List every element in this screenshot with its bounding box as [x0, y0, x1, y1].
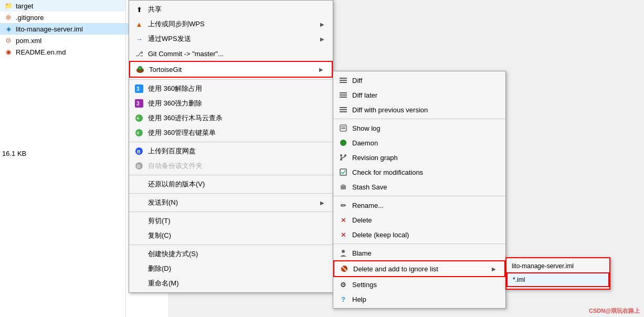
svg-rect-23 — [340, 111, 347, 112]
menu-item-360d[interactable]: + 使用 360管理右键菜单 — [129, 125, 333, 140]
tg-delete-icon: ✕ — [339, 215, 348, 225]
svg-rect-17 — [340, 82, 347, 83]
context-menu-level1: ⬆ 共享 ▲ 上传或同步到WPS ▶ → 通过WPS发送 ▶ ⎇ Git Com… — [129, 0, 333, 293]
svg-rect-26 — [341, 128, 345, 129]
svg-point-27 — [340, 140, 346, 146]
menu-item-restore[interactable]: 还原以前的版本(V) — [129, 177, 333, 192]
svg-text:B: B — [137, 149, 141, 154]
menu-item-360a[interactable]: 3 使用 360解除占用 — [129, 81, 333, 96]
file-git-icon: ⊛ — [4, 13, 13, 22]
git-icon: ⎇ — [134, 49, 144, 58]
ignore-icon — [340, 264, 349, 273]
menu-item-ignore-specific[interactable]: lito-manage-server.iml — [506, 260, 609, 272]
svg-rect-16 — [340, 80, 347, 81]
file-iml-icon: ◈ — [4, 25, 13, 33]
svg-point-36 — [342, 250, 345, 253]
menu-item-tg-delete[interactable]: ✕ Delete — [333, 213, 505, 227]
svg-rect-15 — [340, 78, 347, 79]
file-xml-icon: ⊙ — [4, 36, 13, 45]
menu-item-check-mod[interactable]: Check for modifications — [333, 165, 505, 179]
backup-icon: B — [134, 161, 144, 171]
settings-icon: ⚙ — [339, 280, 348, 289]
menu-item-wps-send[interactable]: → 通过WPS发送 ▶ — [129, 31, 333, 46]
svg-rect-21 — [340, 107, 347, 108]
stash-icon — [339, 182, 348, 192]
file-item-pom[interactable]: ⊙ pom.xml — [0, 35, 125, 46]
submenu-arrow: ▶ — [320, 22, 324, 27]
context-menu-level2: Diff Diff later Diff with previous versi… — [333, 71, 506, 309]
menu-item-settings[interactable]: ⚙ Settings — [333, 277, 505, 292]
separator-tg1 — [333, 119, 505, 119]
menu-item-ignore[interactable]: Delete and add to ignore list ▶ — [333, 260, 505, 277]
360a-icon: 3 — [134, 84, 144, 93]
svg-text:3: 3 — [136, 86, 140, 92]
menu-item-tg-rename[interactable]: ✏ Rename... — [333, 198, 505, 213]
menu-item-360c[interactable]: + 使用 360进行木马云查杀 — [129, 111, 333, 125]
svg-rect-20 — [340, 97, 347, 98]
menu-item-git-commit[interactable]: ⎇ Git Commit -> "master"... — [129, 46, 333, 61]
file-name: .gitignore — [16, 14, 44, 22]
context-menu-level3: lito-manage-server.iml *.iml — [505, 257, 610, 290]
menu-item-wps-upload[interactable]: ▲ 上传或同步到WPS ▶ — [129, 17, 333, 31]
menu-item-tg-delete-local[interactable]: ✕ Delete (keep local) — [333, 227, 505, 242]
file-item-target[interactable]: 📁 target — [0, 0, 125, 12]
menu-item-cut[interactable]: 剪切(T) — [129, 214, 333, 228]
svg-text:B: B — [137, 164, 140, 169]
svg-text:+: + — [136, 130, 140, 136]
cut-icon — [134, 216, 144, 226]
menu-item-baidu[interactable]: B 上传到百度网盘 — [129, 144, 333, 158]
menu-item-show-log[interactable]: Show log — [333, 121, 505, 135]
360d-icon: + — [134, 128, 144, 138]
separator-5 — [129, 212, 333, 212]
menu-item-diff[interactable]: Diff — [333, 73, 505, 88]
file-item-readme[interactable]: ◉ README.en.md — [0, 46, 125, 58]
tg-deletelocal-icon: ✕ — [339, 230, 348, 239]
log-icon — [339, 123, 348, 133]
menu-item-blame[interactable]: Blame — [333, 246, 505, 260]
menu-item-sendto[interactable]: 发送到(N) ▶ — [129, 195, 333, 210]
separator-2 — [129, 142, 333, 142]
separator-tg3 — [333, 244, 505, 244]
menu-item-360b[interactable]: 3 使用 360强力删除 — [129, 96, 333, 111]
daemon-icon — [339, 138, 348, 147]
file-name: pom.xml — [16, 37, 41, 45]
menu-item-shortcut[interactable]: 创建快捷方式(S) — [129, 247, 333, 261]
menu-item-ignore-wildcard[interactable]: *.iml — [506, 272, 609, 287]
file-item-iml[interactable]: ◈ lito-manage-server.iml — [0, 23, 125, 35]
menu-item-delete[interactable]: 删除(D) — [129, 261, 333, 276]
menu-item-diff-prev[interactable]: Diff with previous version — [333, 102, 505, 117]
menu-item-help[interactable]: ? Help — [333, 292, 505, 307]
menu-item-stash[interactable]: Stash Save — [333, 179, 505, 194]
svg-rect-33 — [340, 169, 346, 175]
menu-item-diff-later[interactable]: Diff later — [333, 88, 505, 102]
menu-item-copy[interactable]: 复制(C) — [129, 228, 333, 243]
wpssend-icon: → — [134, 34, 144, 44]
file-item-gitignore[interactable]: ⊛ .gitignore — [0, 12, 125, 23]
menu-item-backup[interactable]: B 自动备份该文件夹 — [129, 158, 333, 173]
blame-icon — [339, 248, 348, 258]
submenu-arrow: ▶ — [319, 67, 323, 72]
menu-item-rename[interactable]: 重命名(M) — [129, 276, 333, 291]
folder-icon: 📁 — [4, 2, 13, 10]
shortcut-icon — [134, 249, 144, 259]
difflater-icon — [339, 90, 348, 100]
wps-icon: ▲ — [134, 19, 144, 29]
restore-icon — [134, 179, 144, 189]
menu-item-share[interactable]: ⬆ 共享 — [129, 2, 333, 17]
checkmod-icon — [339, 167, 348, 177]
menu-item-rev-graph[interactable]: Revision graph — [333, 150, 505, 165]
menu-item-tortoisegit[interactable]: TortoiseGit ▶ — [129, 61, 333, 78]
watermark-label: CSDN@琪玩在路上 — [589, 307, 640, 315]
total-size-label: 16.1 KB — [2, 150, 26, 157]
360b-icon: 3 — [134, 99, 144, 108]
file-name: lito-manage-server.iml — [16, 25, 83, 33]
separator-3 — [129, 175, 333, 175]
submenu-arrow: ▶ — [320, 200, 324, 206]
submenu-arrow: ▶ — [492, 266, 496, 272]
revgraph-icon — [339, 153, 348, 162]
svg-rect-25 — [341, 126, 345, 128]
svg-point-28 — [340, 158, 342, 161]
file-explorer: 📁 target ⊛ .gitignore ◈ lito-manage-serv… — [0, 0, 126, 317]
menu-item-daemon[interactable]: Daemon — [333, 135, 505, 150]
tortoisegit-icon — [135, 65, 145, 74]
